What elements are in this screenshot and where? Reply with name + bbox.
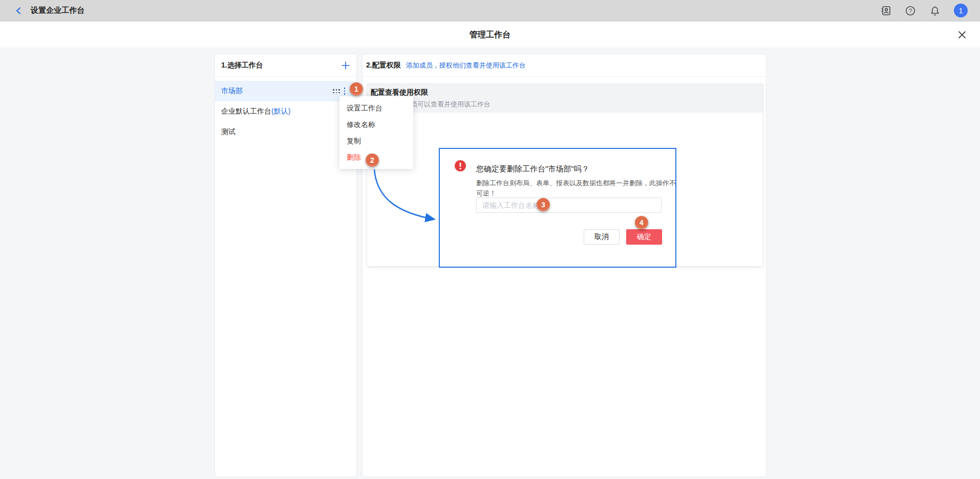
workspace-row-label: 企业默认工作台(默认)	[221, 107, 290, 116]
help-icon[interactable]: ?	[905, 5, 916, 16]
avatar[interactable]: 1	[954, 4, 968, 17]
workspace-panel-header: 1.选择工作台	[215, 54, 356, 77]
menu-item-rename[interactable]: 修改名称	[339, 116, 413, 133]
permission-section-header: 配置查看使用权限 添加的成员可以查看并使用该工作台	[367, 84, 763, 113]
menu-item-copy[interactable]: 复制	[339, 133, 413, 149]
default-tag: (默认)	[271, 107, 290, 115]
contacts-icon[interactable]	[880, 5, 891, 16]
app: 设置企业工作台 ?	[0, 0, 980, 479]
more-menu-icon[interactable]	[344, 88, 346, 95]
step-badge-4: 4	[635, 216, 648, 229]
bell-icon[interactable]	[929, 5, 941, 16]
step-badge-2: 2	[366, 154, 379, 167]
confirm-button[interactable]: 确定	[626, 229, 662, 245]
workspace-row-label: 测试	[221, 127, 236, 137]
delete-confirm-dialog: 您确定要删除工作台"市场部"吗？ 删除工作台则布局、表单、报表以及数据也都将一并…	[439, 148, 676, 268]
add-member-link[interactable]: 添加成员，授权他们查看并使用该工作台	[406, 61, 526, 70]
topbar-title: 设置企业工作台	[31, 6, 84, 15]
dialog-title: 您确定要删除工作台"市场部"吗？	[476, 164, 589, 174]
permission-panel-title: 2.配置权限	[366, 61, 401, 70]
permission-panel-header: 2.配置权限 添加成员，授权他们查看并使用该工作台	[363, 54, 766, 77]
workspace-name-input[interactable]	[476, 198, 662, 213]
workspace-row-label: 市场部	[221, 86, 243, 96]
svg-text:?: ?	[909, 8, 912, 14]
step-badge-1: 1	[350, 82, 363, 96]
back-icon[interactable]	[13, 5, 25, 16]
cancel-button[interactable]: 取消	[584, 229, 620, 245]
menu-item-set-workspace[interactable]: 设置工作台	[339, 100, 413, 116]
workspace-panel: 1.选择工作台 市场部 企业默认工作台(默认) 测试	[215, 54, 357, 477]
add-workspace-button[interactable]	[341, 61, 350, 70]
workspace-list: 市场部 企业默认工作台(默认) 测试	[215, 77, 356, 142]
dialog-description: 删除工作台则布局、表单、报表以及数据也都将一并删除，此操作不可逆！	[476, 178, 677, 199]
workspace-row-default[interactable]: 企业默认工作台(默认)	[215, 101, 356, 122]
drag-handle-icon[interactable]	[333, 89, 340, 93]
workspace-panel-title: 1.选择工作台	[221, 61, 263, 70]
workspace-row-ceshi[interactable]: 测试	[215, 122, 356, 142]
page-title: 管理工作台	[0, 30, 980, 40]
topbar: 设置企业工作台 ?	[0, 0, 980, 21]
titlebar: 管理工作台	[0, 21, 980, 48]
close-icon[interactable]	[957, 30, 967, 39]
workspace-row-shichangbu[interactable]: 市场部	[215, 81, 356, 101]
warning-icon	[455, 160, 466, 173]
step-badge-3: 3	[537, 198, 550, 211]
